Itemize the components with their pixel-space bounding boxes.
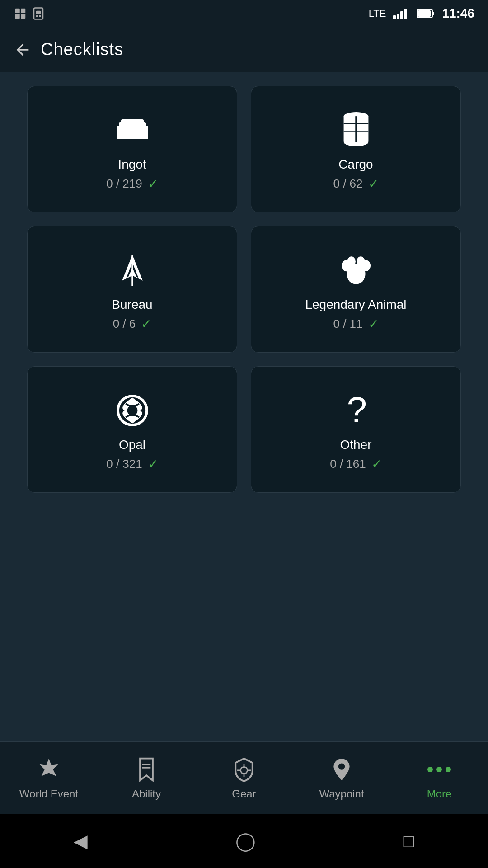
other-check: ✓ <box>371 457 382 472</box>
opal-count: 0 / 321 ✓ <box>106 457 158 472</box>
svg-point-36 <box>241 767 248 774</box>
waypoint-icon <box>328 756 355 783</box>
ability-icon <box>133 756 160 783</box>
card-cargo[interactable]: Cargo 0 / 62 ✓ <box>251 86 461 212</box>
bureau-check: ✓ <box>141 316 151 331</box>
card-legendary-animal[interactable]: Legendary Animal 0 / 11 ✓ <box>251 226 461 353</box>
svg-rect-11 <box>404 9 407 19</box>
status-time: 11:46 <box>442 6 474 21</box>
ingot-label: Ingot <box>118 157 146 172</box>
world-event-label: World Event <box>19 788 78 800</box>
card-bureau[interactable]: Bureau 0 / 6 ✓ <box>27 226 237 353</box>
checklist-grid: Ingot 0 / 219 ✓ Cargo 0 / 62 ✓ <box>0 72 488 506</box>
nav-ability[interactable]: Ability <box>98 742 195 814</box>
svg-rect-2 <box>15 14 20 19</box>
svg-rect-8 <box>393 15 396 19</box>
bureau-count: 0 / 6 ✓ <box>113 316 152 331</box>
paw-icon <box>333 252 379 288</box>
svg-rect-1 <box>21 9 25 13</box>
svg-point-41 <box>338 763 345 769</box>
app-header: Checklists <box>0 27 488 72</box>
ingot-count: 0 / 219 ✓ <box>106 176 158 191</box>
cargo-check: ✓ <box>368 176 379 191</box>
more-dots <box>427 767 451 772</box>
svg-rect-9 <box>397 14 399 19</box>
status-bar-left <box>14 7 45 20</box>
gear-label: Gear <box>232 788 256 800</box>
other-count: 0 / 161 ✓ <box>330 457 382 472</box>
svg-rect-14 <box>432 12 434 15</box>
cargo-label: Cargo <box>338 157 373 172</box>
svg-rect-0 <box>15 9 20 13</box>
svg-rect-10 <box>400 11 403 19</box>
bottom-nav: World Event Ability Gear <box>0 741 488 814</box>
back-system-button[interactable]: ◀ <box>74 830 88 851</box>
more-icon <box>426 756 453 783</box>
card-ingot[interactable]: Ingot 0 / 219 ✓ <box>27 86 237 212</box>
card-opal[interactable]: Opal 0 / 321 ✓ <box>27 366 237 493</box>
sim-icon <box>32 7 45 20</box>
nav-world-event[interactable]: World Event <box>0 742 98 814</box>
recents-button[interactable]: □ <box>404 831 414 851</box>
svg-rect-5 <box>36 11 41 14</box>
svg-point-29 <box>357 256 365 267</box>
cargo-icon <box>333 112 379 148</box>
nav-gear[interactable]: Gear <box>195 742 293 814</box>
svg-rect-6 <box>36 15 38 17</box>
opal-label: Opal <box>119 438 145 452</box>
waypoint-label: Waypoint <box>319 788 364 800</box>
svg-point-31 <box>127 405 137 415</box>
bureau-icon <box>110 252 155 288</box>
card-other[interactable]: ? Other 0 / 161 ✓ <box>251 366 461 493</box>
svg-rect-13 <box>418 10 431 17</box>
signal-icon <box>393 7 409 20</box>
svg-point-28 <box>347 256 355 267</box>
system-nav-bar: ◀ ◯ □ <box>0 814 488 868</box>
status-bar: LTE 11:46 <box>0 0 488 27</box>
page-title: Checklists <box>41 40 123 59</box>
nav-more[interactable]: More <box>390 742 488 814</box>
ingot-icon <box>110 112 155 148</box>
ingot-check: ✓ <box>148 176 158 191</box>
battery-icon <box>417 7 435 20</box>
gear-icon <box>230 756 258 783</box>
notification-icon <box>14 7 27 20</box>
home-button[interactable]: ◯ <box>235 830 256 851</box>
back-button[interactable] <box>14 41 32 59</box>
bureau-label: Bureau <box>112 297 152 312</box>
cargo-count: 0 / 62 ✓ <box>333 176 378 191</box>
svg-text:?: ? <box>347 392 367 429</box>
opal-check: ✓ <box>148 457 158 472</box>
svg-rect-7 <box>39 15 41 17</box>
nav-waypoint[interactable]: Waypoint <box>293 742 390 814</box>
ability-label: Ability <box>132 788 161 800</box>
legendary-animal-count: 0 / 11 ✓ <box>333 316 378 331</box>
svg-marker-33 <box>39 758 58 776</box>
legendary-animal-check: ✓ <box>368 316 379 331</box>
world-event-icon <box>35 756 62 783</box>
lte-label: LTE <box>369 8 386 19</box>
svg-rect-17 <box>121 119 144 126</box>
question-icon: ? <box>333 392 379 429</box>
svg-rect-3 <box>21 14 25 19</box>
legendary-animal-label: Legendary Animal <box>305 297 406 312</box>
other-label: Other <box>340 438 371 452</box>
more-label: More <box>427 788 452 800</box>
opal-icon <box>110 392 155 429</box>
